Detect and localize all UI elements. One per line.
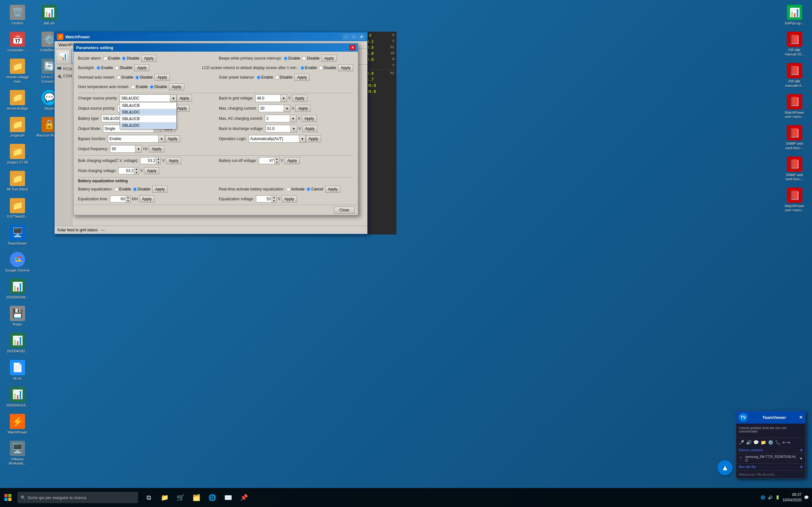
- tv-close-button[interactable]: ✕: [799, 415, 803, 420]
- overload-apply-button[interactable]: Apply: [154, 74, 170, 81]
- taskbar-explorer-button[interactable]: 📁: [157, 488, 172, 507]
- charger-source-dropdown-arrow[interactable]: ▼: [170, 95, 177, 102]
- charger-source-input[interactable]: [119, 95, 170, 102]
- max-ac-input[interactable]: [265, 115, 290, 122]
- beeps-apply-button[interactable]: Apply: [322, 55, 337, 62]
- minimize-button[interactable]: ─: [343, 34, 350, 40]
- overload-enable-radio[interactable]: [117, 75, 121, 79]
- overtemp-disable-option[interactable]: Disable: [150, 84, 167, 89]
- bulk-charging-apply-button[interactable]: Apply: [166, 157, 181, 164]
- desktop-icon-watchpower-pdf2[interactable]: 📕 WatchPower user manu...: [780, 186, 809, 214]
- tv-file-expand-icon[interactable]: ⊕: [800, 465, 803, 469]
- back-to-grid-arrow[interactable]: ▼: [281, 95, 287, 102]
- desktop-icon-snmp1[interactable]: 📕 SNMP web card+box-...: [780, 124, 809, 152]
- realtime-activate-option[interactable]: Activate: [287, 187, 305, 191]
- operation-logic-arrow[interactable]: ▼: [299, 135, 306, 143]
- overtemp-enable-radio[interactable]: [131, 85, 135, 89]
- back-to-discharge-input[interactable]: [265, 125, 291, 132]
- beeps-enable-radio[interactable]: [284, 56, 288, 60]
- operation-logic-input[interactable]: [249, 135, 299, 143]
- desktop-icon-datis[interactable]: 📊 dati.xls: [35, 3, 63, 27]
- backlight-disable-option[interactable]: Disable: [115, 66, 132, 70]
- beeps-enable-option[interactable]: Enable: [284, 56, 300, 60]
- solar-disable-option[interactable]: Disable: [275, 75, 293, 79]
- overload-disable-radio[interactable]: [135, 75, 139, 79]
- float-charging-up[interactable]: ▲: [134, 167, 139, 171]
- tv-settings-icon[interactable]: ⚙️: [768, 440, 773, 445]
- beeps-disable-option[interactable]: Disable: [302, 56, 319, 60]
- desktop-icon-excel1[interactable]: 📊 2020040308...: [3, 277, 32, 301]
- desktop-icon-pdf1[interactable]: 📕 PIP-MK manual-20...: [780, 30, 809, 58]
- buzzer-disable-option[interactable]: Disable: [122, 56, 139, 60]
- desktop-icon-floppy[interactable]: 💾 floppy: [3, 304, 32, 328]
- toolbar-chart-button[interactable]: 📊: [56, 50, 70, 64]
- battery-eq-disable-option[interactable]: Disable: [133, 187, 150, 191]
- eq-time-down[interactable]: ▼: [126, 199, 131, 203]
- back-to-grid-input[interactable]: [255, 95, 281, 102]
- buzzer-apply-button[interactable]: Apply: [141, 55, 156, 62]
- lcd-disable-option[interactable]: Disable: [319, 66, 336, 70]
- back-to-discharge-apply-button[interactable]: Apply: [302, 125, 317, 132]
- float-charging-apply-button[interactable]: Apply: [144, 167, 159, 174]
- battery-cutoff-up[interactable]: ▲: [275, 157, 279, 161]
- overload-enable-option[interactable]: Enable: [117, 75, 133, 79]
- taskbar-sound-icon[interactable]: 🔊: [768, 495, 773, 500]
- desktop-icon-excel3[interactable]: 📊 2020040418...: [3, 385, 32, 409]
- eq-voltage-input[interactable]: [256, 195, 272, 203]
- desktop-icon-solpiplog-right[interactable]: 📊 SolPipLog-...: [780, 3, 809, 27]
- desktop-icon-mondo[interactable]: 📁 mondo villaggi train: [3, 57, 32, 85]
- taskbar-battery-icon[interactable]: 🔋: [775, 495, 780, 500]
- battery-cutoff-input[interactable]: [259, 157, 275, 164]
- tv-chat-icon[interactable]: 💬: [753, 440, 759, 445]
- beeps-disable-radio[interactable]: [302, 56, 306, 60]
- desktop-icon-tekkit[interactable]: 📁 0.97Tekkit3...: [3, 196, 32, 220]
- buzzer-enable-option[interactable]: Enable: [103, 56, 120, 60]
- desktop-icon-kktxt[interactable]: 📄 kk.txt: [3, 358, 32, 382]
- desktop-icon-watchpower-pdf[interactable]: 📕 WatchPower user manu...: [780, 93, 809, 120]
- taskbar-network-icon[interactable]: 🌐: [761, 495, 765, 500]
- max-charging-input[interactable]: [258, 105, 284, 112]
- taskbar-clock[interactable]: 08:37 10/04/2020: [782, 492, 802, 503]
- buzzer-disable-radio[interactable]: [122, 56, 126, 60]
- bulk-charging-input[interactable]: [140, 157, 156, 164]
- taskbar-files-button[interactable]: 🗂️: [189, 488, 204, 507]
- desktop-icon-pdf2[interactable]: 📕 PIP-MK manuale-it...: [780, 61, 809, 89]
- tv-arrows-icon[interactable]: ⇤⇥: [782, 440, 790, 445]
- battery-eq-enable-radio[interactable]: [114, 187, 119, 191]
- max-charging-arrow[interactable]: ▼: [284, 105, 290, 112]
- lcd-disable-radio[interactable]: [319, 66, 323, 70]
- eq-time-up[interactable]: ▲: [126, 195, 131, 199]
- desktop-icon-alltool[interactable]: 📁 All Tool (New): [3, 169, 32, 193]
- bulk-charging-down[interactable]: ▼: [156, 161, 160, 164]
- lcd-apply-button[interactable]: Apply: [338, 64, 353, 71]
- overtemp-enable-option[interactable]: Enable: [131, 84, 148, 89]
- dialog-close-x-button[interactable]: ✕: [350, 45, 355, 50]
- taskbar-notifications-icon[interactable]: 💬: [804, 495, 809, 500]
- operation-logic-apply-button[interactable]: Apply: [306, 135, 321, 142]
- tv-files-icon[interactable]: 📁: [761, 440, 766, 445]
- tv-session-item[interactable]: 📱 samsung_SM-T725_R32M70X8LHL (1 ▼: [736, 454, 805, 463]
- sidebar-item-pcstanza[interactable]: 🖥️ PCStanza: [55, 66, 72, 72]
- tv-microphone-icon[interactable]: 🎤: [739, 440, 744, 445]
- lcd-enable-option[interactable]: Enable: [300, 66, 317, 70]
- battery-eq-apply-button[interactable]: Apply: [152, 186, 167, 193]
- desktop-icon-teamviewer[interactable]: 🖥️ TeamViewer: [3, 223, 32, 247]
- eq-voltage-apply-button[interactable]: Apply: [282, 195, 297, 203]
- taskbar-edge-button[interactable]: 🌐: [205, 488, 220, 507]
- overtemp-apply-button[interactable]: Apply: [169, 83, 184, 90]
- backlight-apply-button[interactable]: Apply: [134, 64, 149, 71]
- buzzer-enable-radio[interactable]: [103, 56, 107, 60]
- solar-disable-radio[interactable]: [275, 75, 279, 79]
- taskbar-mail-button[interactable]: ✉️: [220, 488, 236, 507]
- battery-eq-enable-option[interactable]: Enable: [114, 187, 131, 191]
- max-charging-apply-button[interactable]: Apply: [295, 105, 310, 112]
- solar-enable-option[interactable]: Enable: [257, 75, 273, 79]
- desktop-icon-cestino[interactable]: 🗑️ Cestino: [3, 3, 32, 27]
- back-to-discharge-arrow[interactable]: ▼: [291, 125, 297, 132]
- tv-end-icon[interactable]: 📞: [775, 440, 780, 445]
- teamviewer-fab-button[interactable]: ▲: [717, 460, 733, 475]
- solar-enable-radio[interactable]: [257, 75, 261, 79]
- dialog-close-button[interactable]: Close: [334, 207, 355, 214]
- desktop-icon-googlechrome[interactable]: Google Chrome: [3, 250, 32, 274]
- backlight-enable-radio[interactable]: [96, 66, 101, 70]
